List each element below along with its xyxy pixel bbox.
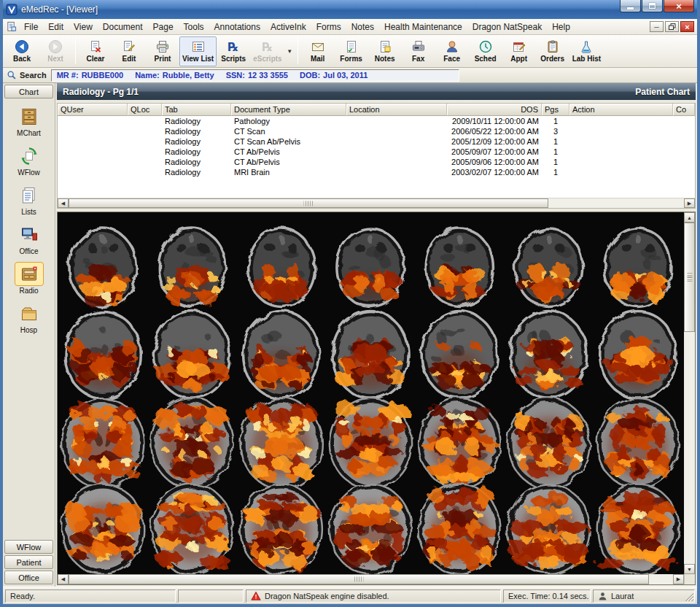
scrollbar-track[interactable] [69,198,684,208]
viewlist-icon [191,39,206,54]
menu-notes[interactable]: Notes [346,20,379,34]
mdi-close-button[interactable]: × [680,21,694,32]
search-button[interactable]: Search [7,70,47,80]
toolbar-edit-button[interactable]: Edit [112,36,146,66]
escripts-icon: ℞ [260,39,275,54]
scripts-icon: ℞ [226,39,241,54]
menu-forms[interactable]: Forms [311,20,346,34]
toolbar-forms-button[interactable]: Forms [335,36,368,66]
mdi-minimize-button[interactable]: ─ [650,21,664,32]
toolbar-label: Sched [475,55,497,63]
toolbar-lab-hist-button[interactable]: Lab Hist [569,36,604,66]
toolbar-print-button[interactable]: Print [146,36,179,66]
scroll-left-button[interactable]: ◀ [58,574,69,584]
hosp-icon [15,301,44,325]
column-header-location[interactable]: Location [346,104,447,116]
table-cell: Radiology [162,116,231,126]
table-cell: 2005/09/06 12:00:00 AM [447,157,542,167]
toolbar-clear-button[interactable]: Clear [79,36,112,66]
sidebar-item-mchart[interactable]: MChart [4,104,53,137]
chart-title: Patient Chart [635,87,690,97]
menu-annotations[interactable]: Annotations [209,20,265,34]
scrollbar-track[interactable] [684,223,695,564]
table-cell: Radiology [162,147,231,157]
tab-wflow[interactable]: WFlow [4,540,53,554]
menu-dragon-natspeak[interactable]: Dragon NatSpeak [467,20,547,34]
table-cell [58,116,128,126]
sidebar-item-wflow[interactable]: WFlow [4,144,53,177]
toolbar-view-list-button[interactable]: View List [179,36,217,66]
sidebar-item-office[interactable]: Office [4,223,53,255]
table-cell [673,116,695,126]
column-header-tab[interactable]: Tab [162,104,231,116]
wflow-icon [15,144,44,168]
column-header-qloc[interactable]: QLoc [128,104,162,116]
scroll-down-button[interactable]: ▼ [684,564,695,574]
menu-health-maintenance[interactable]: Health Maintenance [379,20,467,34]
app-window: eMedRec - [Viewer] × FileEditViewDocumen… [0,0,700,607]
resize-grip[interactable] [684,592,693,601]
table-cell: Radiology [162,136,231,147]
toolbar-sched-button[interactable]: Sched [469,36,502,66]
column-header-pgs[interactable]: Pgs [542,104,569,116]
tab-chart[interactable]: Chart [4,85,53,98]
toolbar-mail-button[interactable]: Mail [301,36,335,66]
table-cell [346,116,447,126]
toolbar-face-button[interactable]: Face [435,36,469,66]
field-value: RUBBE000 [82,71,123,80]
sidebar-item-label: Lists [21,208,36,216]
mdi-restore-button[interactable] [665,21,679,32]
toolbar-back-button[interactable]: Back [5,36,39,66]
scrollbar-thumb[interactable] [684,223,695,332]
field-label: DOB: [300,71,320,80]
menu-page[interactable]: Page [148,20,179,34]
close-button[interactable]: × [664,0,694,12]
toolbar-notes-button[interactable]: Notes [368,36,402,66]
toolbar-scripts-button[interactable]: ℞Scripts [217,36,250,66]
orders-icon [545,39,560,54]
toolbar-appt-button[interactable]: Appt [502,36,536,66]
toolbar-label: Forms [340,55,362,63]
fax-icon [411,39,426,54]
sidebar-item-label: Hosp [20,326,37,334]
toolbar-label: Edit [122,55,136,63]
patient-ssn: SSN:12 33 3555 [226,71,288,80]
column-header-quser[interactable]: QUser [58,104,128,116]
patient-info-field[interactable]: MR #:RUBBE000Name:Rubble, BettySSN:12 33… [51,69,459,82]
scroll-up-button[interactable]: ▲ [684,212,695,223]
menu-activeink[interactable]: ActiveInk [265,20,311,34]
sidebar-item-hosp[interactable]: Hosp [4,301,53,334]
column-header-co[interactable]: Co [673,104,695,116]
toolbar-overflow-dropdown[interactable]: ▼ [285,36,295,66]
column-header-action[interactable]: Action [569,104,673,116]
table-cell: 1 [542,147,569,157]
scrollbar-track[interactable] [69,574,673,584]
maximize-button[interactable] [642,0,663,12]
sidebar-item-lists[interactable]: Lists [4,183,53,216]
menu-document[interactable]: Document [98,20,148,34]
scrollbar-thumb[interactable] [69,198,548,208]
tab-office[interactable]: Office [4,571,53,584]
menu-help[interactable]: Help [547,20,575,34]
print-icon [155,39,170,54]
menu-view[interactable]: View [69,20,98,34]
tab-patient[interactable]: Patient [4,555,53,569]
minimize-button[interactable] [620,0,641,12]
menu-tools[interactable]: Tools [179,20,209,34]
toolbar-fax-button[interactable]: Fax [402,36,435,66]
scroll-right-button[interactable]: ▶ [684,198,695,208]
menu-edit[interactable]: Edit [43,20,69,34]
scroll-right-button[interactable]: ▶ [673,574,684,584]
toolbar-orders-button[interactable]: Orders [536,36,569,66]
menu-file[interactable]: File [19,20,43,34]
column-header-dos[interactable]: DOS [447,104,542,116]
table-cell [569,157,673,167]
brain-scan-image[interactable] [58,212,684,574]
status-bar: Ready. Dragon NatSpeak engine disabled. … [3,587,697,604]
column-header-document-type[interactable]: Document Type [231,104,346,116]
sidebar-item-radio[interactable]: Radio [4,262,53,295]
scroll-left-button[interactable]: ◀ [58,198,69,208]
scrollbar-thumb[interactable] [69,574,649,584]
menu-bar: FileEditViewDocumentPageToolsAnnotations… [3,19,697,35]
table-cell: Radiology [162,157,231,167]
